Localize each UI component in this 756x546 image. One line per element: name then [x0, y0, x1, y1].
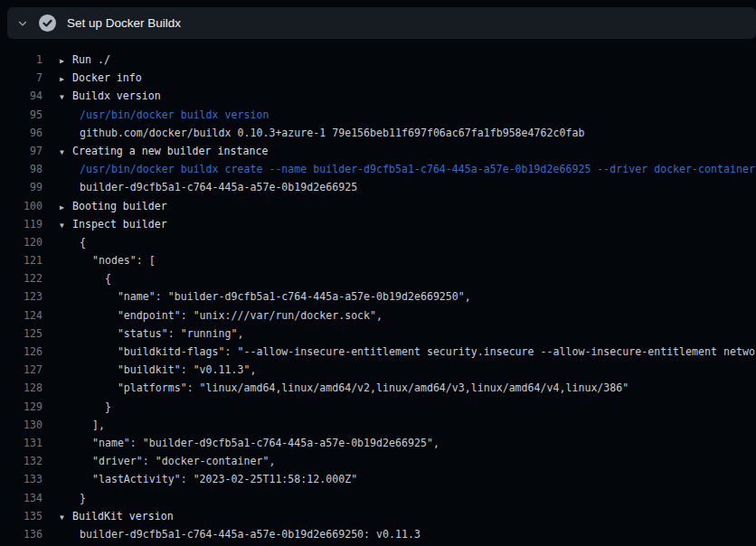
log-line: 131 "name": "builder-d9cfb5a1-c764-445a-… — [0, 434, 756, 452]
log-command-text: /usr/bin/docker buildx version — [80, 106, 269, 124]
log-line: 128 "platforms": "linux/amd64,linux/amd6… — [0, 379, 756, 397]
log-output-text: } — [80, 398, 111, 416]
line-number[interactable]: 134 — [0, 489, 43, 507]
line-number[interactable]: 96 — [0, 124, 43, 142]
log-output-text: "name": "builder-d9cfb5a1-c764-445a-a57e… — [80, 434, 439, 452]
log-output-text: "endpoint": "unix:///var/run/docker.sock… — [80, 306, 383, 325]
log-line: 119▼Inspect builder — [0, 215, 756, 233]
line-number[interactable]: 95 — [0, 106, 43, 124]
log-line: 125 "status": "running", — [0, 325, 756, 343]
log-output-text: "name": "builder-d9cfb5a1-c764-445a-a57e… — [80, 287, 471, 306]
log-output-text: builder-d9cfb5a1-c764-445a-a57e-0b19d2e6… — [80, 178, 357, 196]
triangle-down-icon[interactable]: ▼ — [60, 509, 72, 527]
log-output-text: { — [80, 269, 111, 287]
line-number[interactable]: 7 — [0, 69, 43, 87]
group-title[interactable]: Docker info — [72, 69, 142, 87]
log-lines: 1▶Run ./7▶Docker info94▼Buildx version95… — [0, 39, 756, 546]
log-line: 1▶Run ./ — [0, 51, 756, 69]
log-output-text: "platforms": "linux/amd64,linux/amd64/v2… — [80, 379, 628, 397]
line-number[interactable]: 99 — [0, 178, 43, 196]
group-title[interactable]: Run ./ — [72, 51, 110, 69]
group-title[interactable]: Booting builder — [72, 197, 167, 215]
check-circle-icon — [38, 14, 56, 33]
line-number[interactable]: 97 — [0, 142, 43, 160]
line-number[interactable]: 1 — [0, 51, 43, 69]
log-output-text: "status": "running", — [80, 325, 243, 343]
log-line: 134} — [0, 489, 756, 507]
log-output-text: ], — [80, 416, 105, 434]
line-number[interactable]: 133 — [0, 470, 43, 488]
line-number[interactable]: 120 — [0, 233, 43, 251]
log-line: 132 "driver": "docker-container", — [0, 452, 756, 470]
line-number[interactable]: 125 — [0, 325, 43, 343]
triangle-right-icon[interactable]: ▶ — [60, 71, 72, 89]
log-line: 129 } — [0, 398, 756, 416]
step-title: Set up Docker Buildx — [67, 16, 181, 30]
triangle-down-icon[interactable]: ▼ — [60, 217, 72, 235]
group-title[interactable]: BuildKit version — [72, 507, 174, 525]
log-line: 7▶Docker info — [0, 69, 756, 87]
log-line: 96github.com/docker/buildx 0.10.3+azure-… — [0, 124, 756, 142]
group-title[interactable]: Inspect builder — [72, 215, 167, 233]
log-line: 127 "buildkit": "v0.11.3", — [0, 361, 756, 379]
log-line: 120{ — [0, 233, 756, 251]
chevron-down-icon[interactable] — [7, 18, 38, 29]
triangle-right-icon[interactable]: ▶ — [60, 199, 72, 217]
line-number[interactable]: 131 — [0, 434, 43, 452]
log-line: 95/usr/bin/docker buildx version — [0, 106, 756, 124]
line-number[interactable]: 130 — [0, 416, 43, 434]
line-number[interactable]: 119 — [0, 215, 43, 233]
log-output-text: { — [80, 233, 86, 251]
log-line: 124 "endpoint": "unix:///var/run/docker.… — [0, 306, 756, 325]
log-line: 99builder-d9cfb5a1-c764-445a-a57e-0b19d2… — [0, 178, 756, 196]
line-number[interactable]: 128 — [0, 379, 43, 397]
log-output-text: github.com/docker/buildx 0.10.3+azure-1 … — [80, 124, 584, 142]
line-number[interactable]: 122 — [0, 269, 43, 287]
log-line: 136builder-d9cfb5a1-c764-445a-a57e-0b19d… — [0, 525, 756, 543]
log-line: 133 "lastActivity": "2023-02-25T11:58:12… — [0, 470, 756, 488]
log-line: 122 { — [0, 269, 756, 287]
line-number[interactable]: 123 — [0, 287, 43, 306]
line-number[interactable]: 121 — [0, 251, 43, 269]
line-number[interactable]: 129 — [0, 398, 43, 416]
log-output-text: "lastActivity": "2023-02-25T11:58:12.000… — [80, 470, 357, 488]
line-number[interactable]: 135 — [0, 507, 43, 525]
log-output-text: "buildkitd-flags": "--allow-insecure-ent… — [80, 343, 756, 361]
group-title[interactable]: Creating a new builder instance — [72, 142, 268, 160]
line-number[interactable]: 132 — [0, 452, 43, 470]
log-line: 98/usr/bin/docker buildx create --name b… — [0, 160, 756, 178]
line-number[interactable]: 100 — [0, 197, 43, 215]
log-command-text: /usr/bin/docker buildx create --name bui… — [80, 160, 755, 178]
log-line: 97▼Creating a new builder instance — [0, 142, 756, 160]
log-line: 126 "buildkitd-flags": "--allow-insecure… — [0, 343, 756, 361]
log-line: 94▼Buildx version — [0, 87, 756, 105]
step-header[interactable]: Set up Docker Buildx — [7, 7, 756, 39]
line-number[interactable]: 124 — [0, 306, 43, 325]
log-output-text: "buildkit": "v0.11.3", — [80, 361, 256, 379]
log-output-text: "driver": "docker-container", — [80, 452, 275, 470]
triangle-down-icon[interactable]: ▼ — [60, 144, 72, 162]
line-number[interactable]: 98 — [0, 160, 43, 178]
log-line: 100▶Booting builder — [0, 197, 756, 215]
log-line: 130 ], — [0, 416, 756, 434]
triangle-right-icon[interactable]: ▶ — [60, 52, 72, 71]
line-number[interactable]: 94 — [0, 87, 43, 105]
log-output-text: } — [80, 489, 86, 507]
triangle-down-icon[interactable]: ▼ — [60, 89, 72, 107]
line-number[interactable]: 127 — [0, 361, 43, 379]
line-number[interactable]: 126 — [0, 343, 43, 361]
log-output-text: "nodes": [ — [80, 251, 156, 269]
line-number[interactable]: 136 — [0, 525, 43, 543]
log-line: 135▼BuildKit version — [0, 507, 756, 525]
group-title[interactable]: Buildx version — [72, 87, 161, 105]
log-line: 121 "nodes": [ — [0, 251, 756, 269]
log-line: 123 "name": "builder-d9cfb5a1-c764-445a-… — [0, 287, 756, 306]
log-output-text: builder-d9cfb5a1-c764-445a-a57e-0b19d2e6… — [80, 525, 421, 543]
